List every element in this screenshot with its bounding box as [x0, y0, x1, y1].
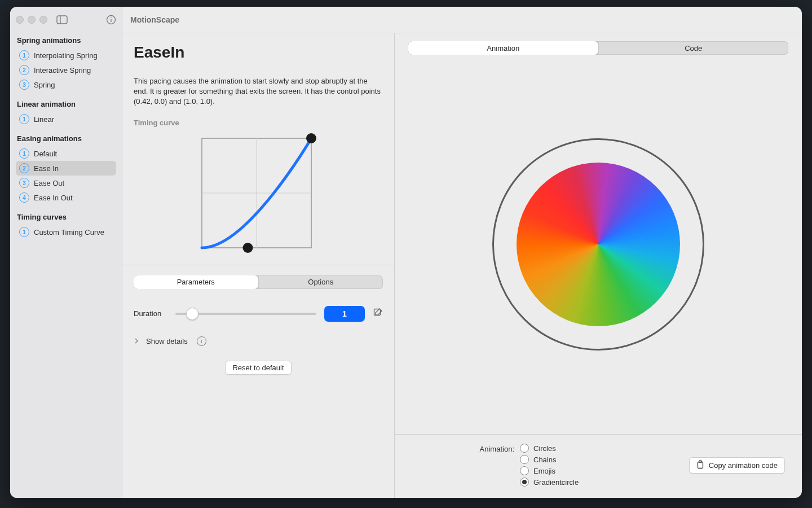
tab-parameters[interactable]: Parameters [134, 275, 258, 289]
group-title: Easing animations [17, 134, 116, 143]
svg-point-9 [306, 133, 316, 143]
radio-chains[interactable]: Chains [520, 455, 579, 464]
radio-icon [520, 444, 529, 453]
show-details-label: Show details [146, 337, 188, 345]
sidebar-content: Spring animations 1 Interpolating Spring… [10, 33, 122, 239]
duration-label: Duration [134, 309, 167, 318]
sidebar-item-label: Interactive Spring [34, 66, 91, 75]
info-icon[interactable]: i [197, 336, 206, 346]
tab-code[interactable]: Code [598, 41, 789, 55]
tab-options[interactable]: Options [258, 275, 383, 289]
detail-parameters-panel: Parameters Options Duration 1 [122, 265, 394, 386]
sidebar-item-label: Interpolating Spring [34, 51, 98, 60]
item-badge: 2 [19, 65, 29, 75]
radio-circles[interactable]: Circles [520, 444, 579, 453]
info-icon[interactable] [106, 15, 116, 25]
duration-slider[interactable] [175, 308, 316, 319]
sidebar-item-linear[interactable]: 1 Linear [16, 112, 116, 126]
page-title: EaseIn [134, 43, 383, 62]
item-badge: 3 [19, 80, 29, 90]
copy-code-label: Copy animation code [709, 461, 778, 470]
preview-column: Animation Code Animation: [395, 33, 802, 498]
radio-icon [520, 478, 529, 487]
edit-icon[interactable] [373, 308, 383, 319]
sidebar-item-label: Ease In Out [34, 194, 73, 202]
animation-type-label: Animation: [474, 444, 514, 453]
sidebar-item-interpolating-spring[interactable]: 1 Interpolating Spring [16, 48, 116, 63]
preview-tabs: Animation Code [408, 41, 788, 55]
timing-curve-label: Timing curve [134, 119, 383, 127]
slider-thumb[interactable] [186, 308, 198, 320]
window-controls[interactable] [16, 16, 47, 24]
chevron-right-icon [134, 337, 139, 345]
radio-label: Emojis [533, 467, 555, 475]
svg-point-3 [111, 17, 111, 18]
radio-label: Circles [533, 444, 556, 453]
svg-rect-11 [698, 462, 703, 468]
sidebar-item-spring[interactable]: 3 Spring [16, 77, 116, 92]
sidebar-item-label: Spring [34, 81, 55, 89]
preview-ring [492, 138, 704, 351]
radio-emojis[interactable]: Emojis [520, 466, 579, 475]
group-title: Spring animations [17, 36, 116, 45]
app-title: MotionScape [130, 15, 179, 24]
svg-rect-10 [374, 309, 381, 316]
app-window: Spring animations 1 Interpolating Spring… [10, 7, 802, 498]
window-title: MotionScape [122, 7, 802, 33]
copy-code-button[interactable]: Copy animation code [689, 457, 785, 474]
timing-curve-svg [196, 133, 320, 257]
show-details-row[interactable]: Show details i [134, 336, 383, 346]
sidebar-item-custom-timing-curve[interactable]: 1 Custom Timing Curve [16, 225, 116, 239]
reset-button-label: Reset to default [232, 364, 284, 372]
detail-column: EaseIn This pacing causes the animation … [122, 33, 395, 498]
sidebar-item-default[interactable]: 1 Default [16, 146, 116, 161]
sidebar-item-ease-in[interactable]: 2 Ease In [16, 161, 116, 176]
radio-gradientcircle[interactable]: Gradientcircle [520, 478, 579, 487]
two-column-body: EaseIn This pacing causes the animation … [122, 33, 802, 498]
sidebar-item-label: Default [34, 150, 57, 158]
animation-type-group: Animation: Circles Chains [474, 444, 579, 487]
window-maximize-button[interactable] [39, 16, 47, 24]
item-badge: 1 [19, 227, 29, 237]
main-content: MotionScape EaseIn This pacing causes th… [122, 7, 802, 498]
timing-curve-chart [134, 133, 383, 257]
group-title: Linear animation [17, 100, 116, 108]
item-badge: 2 [19, 163, 29, 173]
sidebar-item-ease-in-out[interactable]: 4 Ease In Out [16, 190, 116, 205]
svg-rect-0 [57, 16, 67, 24]
sidebar-item-ease-out[interactable]: 3 Ease Out [16, 176, 116, 190]
item-badge: 4 [19, 192, 29, 203]
item-badge: 3 [19, 178, 29, 188]
preview-gradient-circle [517, 163, 680, 326]
radio-icon [520, 466, 529, 475]
radio-label: Gradientcircle [533, 478, 579, 487]
sidebar-item-label: Custom Timing Curve [34, 228, 104, 237]
duration-value[interactable]: 1 [324, 306, 365, 322]
page-description: This pacing causes the animation to star… [134, 76, 383, 107]
sidebar-item-label: Linear [34, 115, 54, 124]
svg-rect-12 [699, 461, 701, 462]
tab-animation[interactable]: Animation [408, 41, 598, 55]
sidebar-item-label: Ease In [34, 164, 59, 173]
group-title: Timing curves [17, 213, 116, 221]
radio-icon [520, 455, 529, 464]
sidebar-toggle-icon[interactable] [56, 15, 68, 24]
sidebar-item-label: Ease Out [34, 179, 64, 187]
sidebar: Spring animations 1 Interpolating Spring… [10, 7, 122, 498]
clipboard-icon [696, 460, 704, 471]
titlebar [10, 7, 122, 33]
window-minimize-button[interactable] [28, 16, 36, 24]
svg-point-8 [243, 243, 253, 253]
detail-scroll-top: EaseIn This pacing causes the animation … [122, 33, 394, 265]
item-badge: 1 [19, 148, 29, 159]
radio-label: Chains [533, 456, 556, 464]
item-badge: 1 [19, 50, 29, 60]
item-badge: 1 [19, 114, 29, 124]
window-close-button[interactable] [16, 16, 24, 24]
preview-tab-bar: Animation Code [395, 33, 802, 55]
detail-tabs: Parameters Options [134, 275, 383, 289]
sidebar-item-interactive-spring[interactable]: 2 Interactive Spring [16, 63, 116, 77]
preview-controls: Animation: Circles Chains [395, 435, 802, 498]
reset-button[interactable]: Reset to default [225, 361, 291, 375]
preview-canvas [395, 55, 802, 435]
